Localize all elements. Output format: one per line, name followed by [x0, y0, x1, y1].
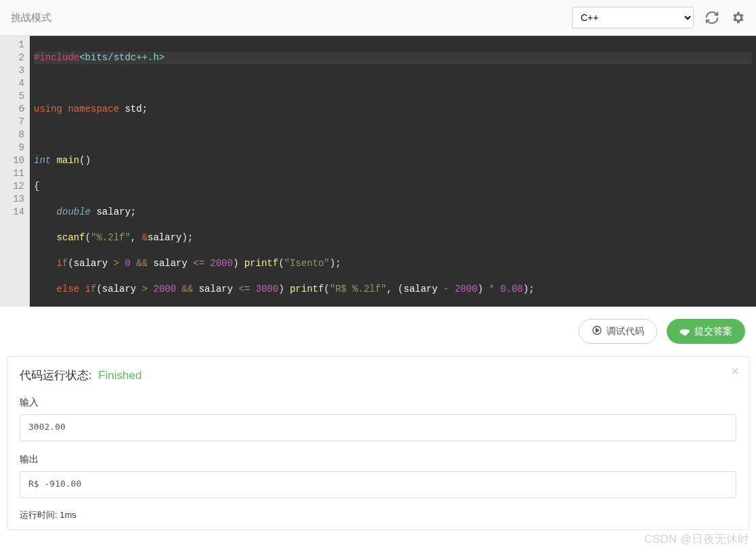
watermark: CSDN @日夜无休时: [644, 531, 749, 537]
submit-label: 提交答案: [694, 326, 732, 338]
header-bar: 挑战模式 C++: [0, 0, 756, 36]
debug-button[interactable]: 调试代码: [579, 319, 657, 344]
refresh-icon[interactable]: [705, 10, 719, 25]
code-editor[interactable]: 1234567891011121314 #include<bits/stdc++…: [0, 36, 756, 307]
input-label: 输入: [20, 397, 736, 409]
gear-icon[interactable]: [730, 10, 745, 25]
debug-label: 调试代码: [606, 326, 644, 338]
status-label: 代码运行状态:: [20, 369, 92, 382]
action-bar: 调试代码 提交答案: [0, 307, 756, 356]
input-box[interactable]: 3002.00: [20, 414, 736, 441]
page-title: 挑战模式: [11, 12, 51, 24]
status-line: 代码运行状态: Finished: [20, 368, 736, 383]
language-select[interactable]: C++: [572, 7, 694, 28]
runtime-line: 运行时间: 1ms: [20, 509, 736, 521]
runtime-label: 运行时间:: [20, 510, 58, 520]
status-value: Finished: [98, 369, 141, 382]
submit-button[interactable]: 提交答案: [667, 319, 745, 344]
output-box: R$ -910.00: [20, 471, 736, 498]
close-icon[interactable]: ×: [731, 363, 739, 379]
play-circle-icon: [592, 325, 602, 338]
line-gutter: 1234567891011121314: [0, 36, 30, 307]
cloud-upload-icon: [680, 325, 690, 338]
output-label: 输出: [20, 454, 736, 466]
runtime-value: 1ms: [60, 510, 76, 520]
result-panel: × 代码运行状态: Finished 输入 3002.00 输出 R$ -910…: [7, 356, 749, 530]
code-content[interactable]: #include<bits/stdc++.h> using namespace …: [30, 36, 756, 307]
header-controls: C++: [572, 7, 745, 28]
